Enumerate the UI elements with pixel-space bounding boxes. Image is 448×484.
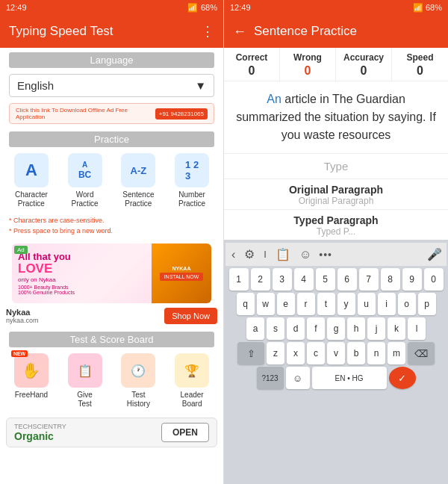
symbols-key[interactable]: ?123 xyxy=(257,367,284,389)
shop-now-button[interactable]: Shop Now xyxy=(164,308,217,324)
kbd-cursor-icon[interactable]: I xyxy=(262,247,268,261)
kbd-back-icon[interactable]: ‹ xyxy=(230,246,237,263)
key-o[interactable]: o xyxy=(398,293,416,315)
keyboard-number-row: 1 2 3 4 5 6 7 8 9 0 xyxy=(225,268,447,291)
kbd-more-icon[interactable]: ••• xyxy=(319,249,332,261)
number-practice-icon: 1 23 xyxy=(175,153,209,187)
menu-icon[interactable]: ⋮ xyxy=(201,23,214,40)
key-k[interactable]: k xyxy=(388,317,405,340)
key-h[interactable]: h xyxy=(347,317,365,340)
key-t[interactable]: t xyxy=(317,293,335,315)
word-practice-icon: A BC xyxy=(68,153,102,187)
key-0[interactable]: 0 xyxy=(424,268,444,291)
key-e[interactable]: e xyxy=(277,293,295,315)
key-2[interactable]: 2 xyxy=(251,268,270,291)
right-title: Sentence Practice xyxy=(254,24,357,39)
leader-label: LeaderBoard xyxy=(181,391,204,409)
typed-paragraph-title: Typed Paragraph xyxy=(236,214,436,226)
key-d[interactable]: d xyxy=(287,317,305,340)
time-display: 12:49 xyxy=(6,3,27,12)
key-r[interactable]: r xyxy=(297,293,315,315)
key-5[interactable]: 5 xyxy=(316,268,335,291)
kbd-emoji-toolbar-icon[interactable]: ☺ xyxy=(298,246,313,263)
score-item-history[interactable]: 🕐 TestHistory xyxy=(113,350,164,412)
key-m[interactable]: m xyxy=(388,342,405,364)
space-key[interactable]: EN • HG xyxy=(312,367,387,389)
kbd-clipboard-icon[interactable]: 📋 xyxy=(274,246,292,263)
kbd-settings-icon[interactable]: ⚙ xyxy=(243,246,256,263)
emoji-key[interactable]: ☺ xyxy=(286,367,310,389)
back-arrow-icon[interactable]: ← xyxy=(233,24,246,40)
key-q[interactable]: q xyxy=(237,293,255,315)
download-bar[interactable]: Click this link To Download Offline Ad F… xyxy=(9,103,214,124)
ad-url: nykaa.com xyxy=(6,317,39,324)
practice-item-number[interactable]: 1 23 NumberPractice xyxy=(167,150,217,211)
stat-correct-value: 0 xyxy=(249,64,255,78)
key-p[interactable]: p xyxy=(418,293,436,315)
score-board-label: Test & Score Board xyxy=(9,332,214,347)
ad-footer-left: Nykaa nykaa.com xyxy=(6,308,39,324)
typed-paragraph-sub: Typed P... xyxy=(236,226,436,237)
ad-install-btn[interactable]: INSTALL NOW xyxy=(160,273,204,281)
key-i[interactable]: i xyxy=(378,293,396,315)
key-x[interactable]: x xyxy=(287,342,305,364)
new-badge: NEW xyxy=(11,350,28,357)
score-item-freehand[interactable]: NEW ✋ FreeHand xyxy=(6,350,57,412)
right-status-icons: 📶 68% xyxy=(413,3,442,13)
key-n[interactable]: n xyxy=(367,342,385,364)
ad-tagline: 1000+ Beauty Brands100% Genuine Products xyxy=(18,285,146,295)
stat-wrong: Wrong 0 xyxy=(280,48,336,81)
app-title: Typing Speed Test xyxy=(9,24,113,39)
key-1[interactable]: 1 xyxy=(229,268,249,291)
key-c[interactable]: c xyxy=(307,342,325,364)
ad-banner[interactable]: Ad All that youLOVE only on Nykaa 1000+ … xyxy=(12,243,211,303)
practice-notes: * Characters are case-sensitive. * Press… xyxy=(9,216,214,236)
give-test-icon: 📋 xyxy=(68,353,102,388)
key-s[interactable]: s xyxy=(267,317,284,340)
kbd-mic-icon[interactable]: 🎤 xyxy=(427,247,442,261)
type-input-area[interactable]: Type xyxy=(224,154,448,179)
enter-key[interactable]: ✓ xyxy=(389,367,416,389)
key-u[interactable]: u xyxy=(358,293,376,315)
key-v[interactable]: v xyxy=(327,342,345,364)
note-2: * Press space to bring a new word. xyxy=(9,226,214,237)
number-practice-label: NumberPractice xyxy=(178,190,205,208)
key-l[interactable]: l xyxy=(408,317,426,340)
key-y[interactable]: y xyxy=(337,293,355,315)
key-4[interactable]: 4 xyxy=(294,268,314,291)
original-paragraph-title: Original Paragraph xyxy=(236,184,436,196)
delete-key[interactable]: ⌫ xyxy=(408,342,435,364)
open-button[interactable]: OPEN xyxy=(161,423,209,442)
ad-brand-logo: NYKAA xyxy=(172,266,191,271)
practice-item-word[interactable]: A BC WordPractice xyxy=(60,150,111,211)
key-w[interactable]: w xyxy=(257,293,275,315)
original-paragraph-sub: Original Paragraph xyxy=(236,196,436,206)
practice-section-label: Practice xyxy=(9,131,214,147)
score-item-give-test[interactable]: 📋 GiveTest xyxy=(60,350,111,412)
key-b[interactable]: b xyxy=(347,342,365,364)
key-9[interactable]: 9 xyxy=(402,268,422,291)
phone-button[interactable]: +91 9428231065 xyxy=(155,108,208,120)
key-7[interactable]: 7 xyxy=(359,268,379,291)
right-signal-icon: 📶 xyxy=(413,3,423,12)
practice-item-sentence[interactable]: A-Z SentencePractice xyxy=(113,150,164,211)
stat-correct-label: Correct xyxy=(236,52,268,63)
key-f[interactable]: f xyxy=(307,317,325,340)
key-z[interactable]: z xyxy=(267,342,284,364)
score-grid: NEW ✋ FreeHand 📋 GiveTest 🕐 TestHistory … xyxy=(6,350,217,412)
practice-item-character[interactable]: A CharacterPractice xyxy=(6,150,57,211)
key-6[interactable]: 6 xyxy=(337,268,357,291)
key-j[interactable]: j xyxy=(367,317,385,340)
type-placeholder: Type xyxy=(324,160,349,173)
score-item-leader[interactable]: 🏆 LeaderBoard xyxy=(167,350,217,412)
original-paragraph-section: Original Paragraph Original Paragraph xyxy=(224,179,448,210)
key-8[interactable]: 8 xyxy=(381,268,400,291)
stat-accuracy-label: Accuracy xyxy=(343,52,384,63)
language-dropdown[interactable]: English ▼ xyxy=(9,74,214,97)
key-a[interactable]: a xyxy=(246,317,264,340)
ad-sub-text: only on Nykaa xyxy=(18,276,146,283)
key-g[interactable]: g xyxy=(327,317,345,340)
keyboard-toolbar: ‹ ⚙ I 📋 ☺ ••• 🎤 xyxy=(225,243,447,266)
shift-key[interactable]: ⇧ xyxy=(237,342,264,364)
key-3[interactable]: 3 xyxy=(273,268,292,291)
